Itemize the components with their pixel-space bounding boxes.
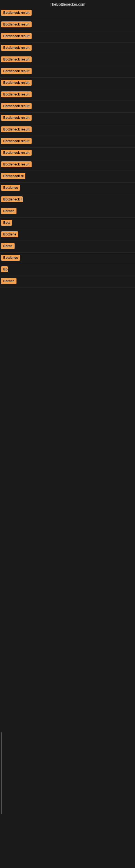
result-row: Bottleneck result (0, 136, 135, 148)
bottleneck-badge[interactable]: Bottleneck result (1, 80, 32, 86)
result-row: Bottleneck result (0, 66, 135, 78)
result-row: Bottleneck result (0, 148, 135, 159)
result-row: Bottleneck result (0, 113, 135, 124)
bottleneck-badge[interactable]: Bottleneck result (1, 45, 32, 51)
result-row: Bottlenec (0, 252, 135, 264)
bottleneck-badge[interactable]: Bo (1, 267, 8, 272)
result-row: Bottleneck result (0, 19, 135, 31)
result-row: Bottleneck result (0, 54, 135, 66)
result-row: Bottlenec (0, 183, 135, 194)
bottleneck-badge[interactable]: Bottleneck re (1, 173, 26, 179)
result-row: Bottleneck result (0, 78, 135, 89)
results-container: Bottleneck resultBottleneck resultBottle… (0, 8, 135, 287)
bottleneck-badge[interactable]: Bottlenec (1, 255, 20, 261)
bottleneck-badge[interactable]: Bottlenec (1, 185, 20, 191)
bottleneck-badge[interactable]: Bottle (1, 243, 14, 249)
result-row: Bottleneck result (0, 89, 135, 101)
bottleneck-badge[interactable]: Bottlen (1, 208, 16, 214)
result-row: Bottlene (0, 229, 135, 241)
bottleneck-badge[interactable]: Bottleneck result (1, 68, 32, 74)
result-row: Bo (0, 264, 135, 276)
result-row: Bottleneck result (0, 31, 135, 42)
bottleneck-badge[interactable]: Bottleneck result (1, 161, 32, 167)
bottleneck-badge[interactable]: Bottleneck result (1, 91, 32, 97)
bottleneck-badge[interactable]: Bottleneck result (1, 103, 32, 109)
site-title: TheBottlenecker.com (0, 0, 135, 8)
bottleneck-badge[interactable]: Bottlene (1, 231, 18, 237)
result-row: Bottleneck result (0, 159, 135, 171)
result-row: Bottleneck r (0, 194, 135, 206)
result-row: Bott (0, 218, 135, 229)
bottleneck-badge[interactable]: Bottleneck r (1, 196, 23, 203)
result-row: Bottleneck re (0, 171, 135, 183)
result-row: Bottleneck result (0, 8, 135, 19)
result-row: Bottleneck result (0, 101, 135, 113)
bottleneck-badge[interactable]: Bottlen (1, 278, 16, 284)
bottleneck-badge[interactable]: Bottleneck result (1, 115, 32, 121)
bottleneck-badge[interactable]: Bottleneck result (1, 10, 32, 16)
result-row: Bottlen (0, 276, 135, 287)
result-row: Bottleneck result (0, 42, 135, 54)
result-row: Bottleneck result (0, 124, 135, 136)
bottleneck-badge[interactable]: Bottleneck result (1, 56, 32, 62)
bottleneck-badge[interactable]: Bottleneck result (1, 126, 32, 132)
bottleneck-badge[interactable]: Bottleneck result (1, 138, 32, 144)
result-row: Bottle (0, 241, 135, 252)
vertical-line (1, 733, 2, 814)
bottleneck-badge[interactable]: Bottleneck result (1, 150, 32, 156)
result-row: Bottlen (0, 206, 135, 218)
bottleneck-badge[interactable]: Bott (1, 220, 12, 226)
bottleneck-badge[interactable]: Bottleneck result (1, 22, 32, 27)
bottleneck-badge[interactable]: Bottleneck result (1, 33, 32, 39)
